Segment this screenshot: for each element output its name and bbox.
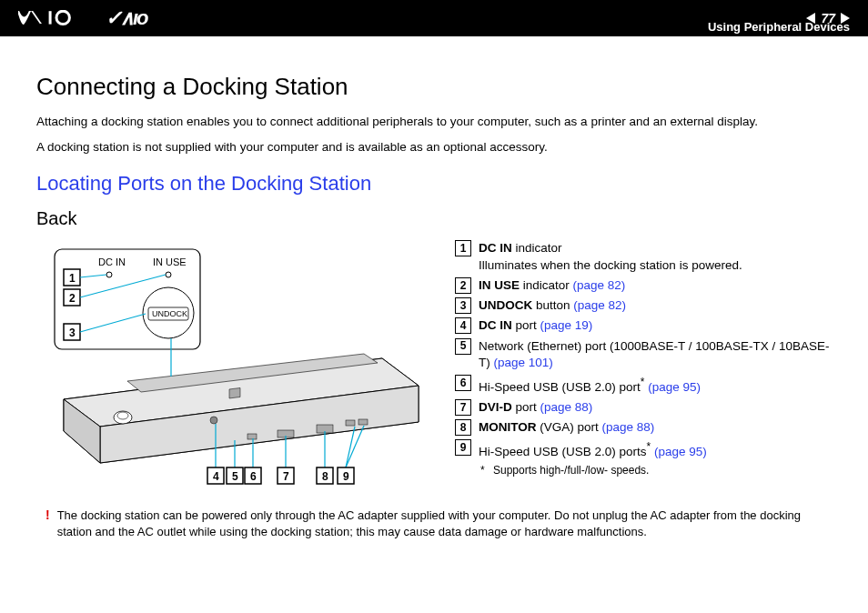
svg-text:7: 7 — [283, 470, 289, 483]
legend-number-box: 3 — [455, 297, 471, 314]
figure-row: DC IN IN USE UNDOCK 1 2 3 — [36, 240, 832, 489]
legend-number-box: 4 — [455, 317, 471, 334]
page-link[interactable]: (page 82) — [573, 298, 626, 312]
svg-rect-24 — [358, 419, 368, 425]
page-link[interactable]: (page 101) — [494, 356, 553, 369]
legend-number-box: 8 — [455, 419, 471, 436]
svg-rect-23 — [346, 420, 355, 426]
breadcrumb: Using Peripheral Devices — [708, 20, 850, 34]
legend-item: 4DC IN port (page 19) — [455, 317, 832, 334]
page-title: Connecting a Docking Station — [36, 73, 832, 101]
legend-item: 8MONITOR (VGA) port (page 88) — [455, 419, 832, 436]
legend-text: MONITOR (VGA) port (page 88) — [479, 419, 654, 436]
svg-point-4 — [166, 272, 171, 277]
legend-column: 1DC IN indicatorIlluminates when the doc… — [455, 240, 832, 476]
legend-item: 5Network (Ethernet) port (1000BASE-T / 1… — [455, 338, 832, 371]
svg-line-14 — [80, 275, 166, 297]
legend-item: 1DC IN indicatorIlluminates when the doc… — [455, 240, 832, 273]
legend-text: DVI-D port (page 88) — [479, 399, 592, 416]
intro-para-1: Attaching a docking station enables you … — [36, 114, 832, 130]
svg-text:6: 6 — [250, 470, 257, 483]
content: Connecting a Docking Station Attaching a… — [0, 36, 868, 549]
legend-text: DC IN indicatorIlluminates when the dock… — [479, 240, 742, 273]
footnote: *Supports high-/full-/low- speeds. — [480, 464, 832, 477]
svg-point-3 — [106, 272, 112, 277]
svg-text:1: 1 — [69, 272, 76, 285]
legend-item: 6Hi-Speed USB (USB 2.0) port* (page 95) — [455, 375, 832, 396]
legend-number-box: 5 — [455, 338, 471, 355]
legend-text: IN USE indicator (page 82) — [479, 277, 625, 294]
svg-text:9: 9 — [343, 470, 349, 483]
page-link[interactable]: (page 88) — [540, 400, 593, 414]
svg-text:3: 3 — [69, 327, 76, 339]
legend-item: 3UNDOCK button (page 82) — [455, 297, 832, 314]
svg-line-13 — [80, 275, 106, 277]
svg-text:4: 4 — [213, 470, 219, 483]
svg-text:5: 5 — [232, 470, 238, 483]
legend-text: DC IN port (page 19) — [479, 317, 592, 334]
svg-line-42 — [346, 426, 364, 467]
svg-rect-20 — [247, 434, 257, 439]
dock-body — [64, 354, 419, 463]
svg-line-15 — [80, 314, 146, 332]
legend-number-box: 6 — [455, 375, 471, 391]
legend-text: Hi-Speed USB (USB 2.0) ports* (page 95) — [479, 439, 707, 460]
label-in-use: IN USE — [153, 256, 187, 267]
view-label: Back — [36, 208, 832, 229]
svg-line-41 — [346, 427, 355, 467]
legend-item: 2IN USE indicator (page 82) — [455, 277, 832, 294]
page-link[interactable]: (page 19) — [540, 318, 593, 332]
page-link[interactable]: (page 82) — [573, 278, 626, 292]
header-bar: ✓∧ıo 77 Using Peripheral Devices — [0, 0, 868, 36]
legend-item: 9Hi-Speed USB (USB 2.0) ports* (page 95) — [455, 439, 832, 460]
legend-text: UNDOCK button (page 82) — [479, 297, 626, 314]
legend-number-box: 2 — [455, 277, 471, 294]
vaio-logo: ✓∧ıo — [18, 6, 147, 30]
legend-text: Hi-Speed USB (USB 2.0) port* (page 95) — [479, 375, 701, 396]
section-subtitle: Locating Ports on the Docking Station — [36, 172, 832, 196]
legend-text: Network (Ethernet) port (1000BASE-T / 10… — [479, 338, 832, 371]
warning-icon: ! — [45, 507, 50, 539]
svg-text:8: 8 — [322, 470, 328, 483]
svg-text:2: 2 — [69, 292, 76, 305]
legend-number-box: 9 — [455, 439, 471, 456]
legend-number-box: 7 — [455, 399, 471, 416]
docking-station-diagram: DC IN IN USE UNDOCK 1 2 3 — [36, 240, 437, 486]
legend-item: 7DVI-D port (page 88) — [455, 399, 832, 416]
svg-rect-0 — [49, 11, 52, 24]
page-link[interactable]: (page 95) — [648, 379, 701, 393]
label-dc-in: DC IN — [98, 256, 126, 267]
diagram-column: DC IN IN USE UNDOCK 1 2 3 — [36, 240, 437, 489]
page-link[interactable]: (page 95) — [654, 445, 707, 458]
svg-point-18 — [210, 417, 217, 424]
svg-rect-19 — [229, 388, 240, 398]
svg-point-16 — [114, 411, 132, 424]
legend-number-box: 1 — [455, 240, 471, 256]
warning-row: ! The docking station can be powered onl… — [36, 507, 832, 539]
svg-point-1 — [56, 11, 69, 24]
intro-para-2: A docking station is not supplied with y… — [36, 139, 832, 156]
page-link[interactable]: (page 88) — [602, 420, 655, 434]
warning-text: The docking station can be powered only … — [57, 507, 823, 539]
label-undock: UNDOCK — [152, 309, 187, 318]
